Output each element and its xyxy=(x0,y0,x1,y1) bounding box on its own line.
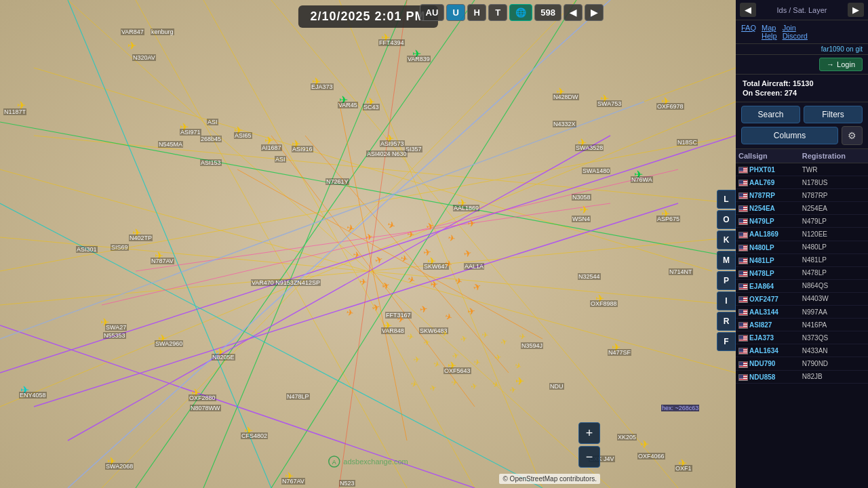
aircraft-icon[interactable]: ✈ xyxy=(20,385,29,396)
aircraft-icon[interactable]: ✈ xyxy=(158,333,167,344)
aircraft-icon[interactable]: ✈ xyxy=(640,439,649,450)
aircraft-icon[interactable]: ✈ xyxy=(264,136,273,146)
svg-text:✈: ✈ xyxy=(371,301,382,314)
table-row[interactable]: OXF2477N4403W xyxy=(736,292,868,305)
svg-rect-128 xyxy=(739,284,743,288)
filter-btn-r[interactable]: R xyxy=(717,312,736,331)
filter-btn-k[interactable]: K xyxy=(717,230,736,249)
table-row[interactable]: N481LPN481LP xyxy=(736,253,868,266)
aircraft-icon[interactable]: ✈ xyxy=(458,198,467,209)
panel-nav-left[interactable]: ◀ xyxy=(740,3,756,17)
login-button[interactable]: → Login xyxy=(819,58,863,71)
table-row[interactable]: EJA373N373QS xyxy=(736,331,868,344)
table-row[interactable]: NDU858N82JB xyxy=(736,370,868,383)
au-button[interactable]: AU xyxy=(420,4,445,21)
aircraft-icon[interactable]: ✈ xyxy=(127,41,136,52)
callsign-text: N254EA xyxy=(749,205,775,212)
svg-rect-92 xyxy=(739,199,748,200)
svg-rect-158 xyxy=(739,362,743,366)
aircraft-icon[interactable]: ✈ xyxy=(107,456,116,467)
faq-link[interactable]: FAQ xyxy=(741,24,756,40)
aircraft-icon[interactable]: ✈ xyxy=(312,77,321,87)
svg-text:✈: ✈ xyxy=(481,330,489,340)
aircraft-icon[interactable]: ✈ xyxy=(132,228,141,239)
aircraft-icon[interactable]: ✈ xyxy=(661,96,670,107)
aircraft-icon[interactable]: ✈ xyxy=(381,33,390,43)
filter-btn-i[interactable]: I xyxy=(717,291,736,310)
table-row[interactable]: AAL1869N120EE xyxy=(736,228,868,241)
join-discord-link[interactable]: Join xyxy=(783,24,808,32)
map-container[interactable]: VAR847 ✈ N320AV kenburg ✈ N1187T ✈ ASI97… xyxy=(0,0,736,488)
table-row[interactable]: AAL1634N433AN xyxy=(736,344,868,357)
aircraft-icon[interactable]: ✈ xyxy=(600,94,609,104)
globe-button[interactable]: 🌐 xyxy=(509,4,532,21)
aircraft-icon[interactable]: ✈ xyxy=(580,205,589,216)
table-row[interactable]: NDU790N790ND xyxy=(736,357,868,370)
aircraft-icon[interactable]: ✈ xyxy=(366,97,375,108)
filter-btn-p[interactable]: P xyxy=(717,271,736,290)
svg-text:✈: ✈ xyxy=(380,279,391,292)
aircraft-icon[interactable]: ✈ xyxy=(661,209,670,220)
nav-back-button[interactable]: ◀ xyxy=(564,4,583,21)
table-row[interactable]: N479LPN479LP xyxy=(736,215,868,228)
svg-text:✈: ✈ xyxy=(473,357,481,367)
aircraft-icon[interactable]: ✈ xyxy=(100,317,109,328)
filter-btn-f[interactable]: F xyxy=(717,332,736,351)
aircraft-icon[interactable]: ✈ xyxy=(412,49,421,60)
aircraft-icon[interactable]: ✈ xyxy=(634,169,643,180)
search-button[interactable]: Search xyxy=(741,106,800,123)
flag-icon xyxy=(738,245,748,251)
aircraft-icon[interactable]: ✈ xyxy=(578,138,587,148)
aircraft-icon[interactable]: ✈ xyxy=(191,388,200,399)
callsign-text: NDU858 xyxy=(749,373,775,381)
t-button[interactable]: T xyxy=(488,4,507,21)
table-row[interactable]: AAL3144N997AA xyxy=(736,306,868,319)
aircraft-icon[interactable]: ✈ xyxy=(234,125,243,136)
flag-icon xyxy=(738,167,748,174)
svg-text:✈: ✈ xyxy=(406,274,417,286)
zoom-out-button[interactable]: − xyxy=(578,446,600,468)
panel-nav-right[interactable]: ▶ xyxy=(848,3,864,17)
aircraft-icon[interactable]: ✈ xyxy=(292,139,300,150)
aircraft-icon[interactable]: ✈ xyxy=(244,426,253,436)
aircraft-icon[interactable]: ✈ xyxy=(678,458,687,469)
aircraft-icon[interactable]: ✈ xyxy=(385,134,394,144)
aircraft-icon[interactable]: ✈ xyxy=(285,471,294,482)
map-help-link-2[interactable]: Help xyxy=(762,32,777,40)
svg-rect-117 xyxy=(739,263,748,264)
callsign-text: AAL3144 xyxy=(749,308,778,316)
svg-text:✈: ✈ xyxy=(519,331,527,342)
aircraft-icon[interactable]: ✈ xyxy=(17,100,26,111)
h-button[interactable]: H xyxy=(467,4,486,21)
filter-btn-o[interactable]: O xyxy=(717,210,736,229)
aircraft-icon[interactable]: ✈ xyxy=(556,87,565,98)
registration-text: N479LP xyxy=(800,215,868,228)
aircraft-icon[interactable]: ✈ xyxy=(339,95,348,106)
aircraft-icon[interactable]: ✈ xyxy=(595,293,604,304)
table-row[interactable]: N478LPN478LP xyxy=(736,266,868,279)
table-row[interactable]: ASI827N416PA xyxy=(736,319,868,331)
table-row[interactable]: EJA864N864QS xyxy=(736,279,868,292)
map-help-link[interactable]: Map xyxy=(762,24,777,32)
nav-fwd-button[interactable]: ▶ xyxy=(585,4,604,21)
filter-btn-l[interactable]: L xyxy=(717,190,736,209)
settings-button[interactable]: ⚙ xyxy=(842,126,863,145)
counter-button[interactable]: 598 xyxy=(534,4,561,21)
table-row[interactable]: N480LPN480LP xyxy=(736,241,868,253)
table-row[interactable]: AAL769N178US xyxy=(736,176,868,189)
aircraft-table[interactable]: Callsign Registration PHXT01TWRAAL769N17… xyxy=(736,149,868,488)
svg-rect-93 xyxy=(739,193,743,197)
table-row[interactable]: PHXT01TWR xyxy=(736,163,868,176)
join-discord-link-2[interactable]: Discord xyxy=(783,32,808,40)
u-button[interactable]: U xyxy=(446,4,465,21)
aircraft-icon[interactable]: ✈ xyxy=(612,342,620,353)
filters-button[interactable]: Filters xyxy=(804,106,863,123)
aircraft-icon[interactable]: ✈ xyxy=(155,251,163,262)
columns-button[interactable]: Columns xyxy=(741,127,838,144)
aircraft-icon[interactable]: ✈ xyxy=(216,347,224,358)
table-row[interactable]: N787RPN787RP xyxy=(736,189,868,202)
zoom-in-button[interactable]: + xyxy=(578,422,600,444)
filter-btn-m[interactable]: M xyxy=(717,251,736,270)
aircraft-icon[interactable]: ✈ xyxy=(180,122,189,133)
table-row[interactable]: N254EAN254EA xyxy=(736,202,868,215)
